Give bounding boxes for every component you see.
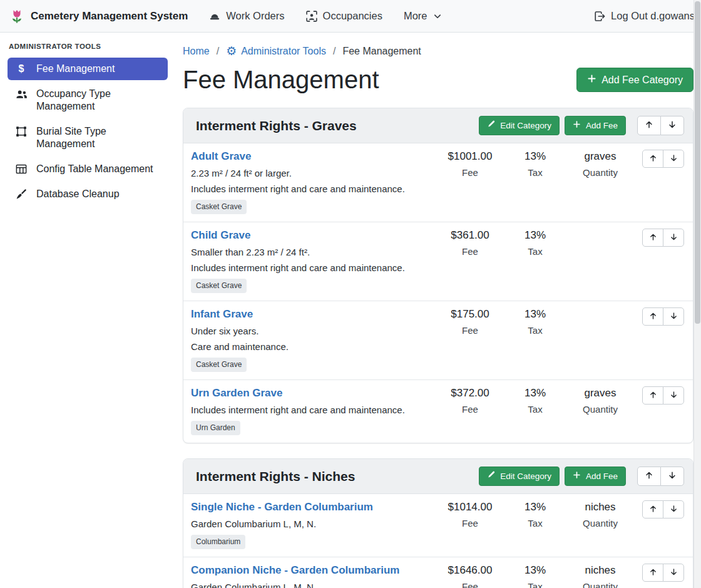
scrollbar-thumb[interactable] <box>695 1 700 324</box>
table-icon <box>15 163 28 175</box>
move-fee-down-button[interactable] <box>663 307 684 326</box>
fee-description: Garden Columbarium L, M, N. <box>191 581 437 588</box>
category-title: Interment Rights - Niches <box>196 469 355 484</box>
fee-row: Urn Garden Grave Includes interment righ… <box>183 379 693 443</box>
nav-work-orders[interactable]: Work Orders <box>209 10 284 22</box>
move-fee-up-button[interactable] <box>642 229 663 247</box>
fee-amount-col: $361.00 Fee <box>437 229 503 257</box>
quantity-value: niches <box>568 564 633 577</box>
category-reorder-buttons <box>637 116 684 135</box>
quantity-col <box>568 229 633 232</box>
arrow-up-icon <box>649 505 657 515</box>
fee-descriptions: Smaller than 2.23 m² / 24 ft².Includes i… <box>191 246 437 274</box>
plus-icon <box>587 74 596 86</box>
edit-category-label: Edit Category <box>500 471 551 482</box>
tax-col: 13% Tax <box>503 229 568 257</box>
app-brand[interactable]: Cemetery Management System <box>9 8 188 24</box>
fee-descriptions: Under six years.Care and maintenance. <box>191 325 437 353</box>
breadcrumb-admin-tools-link[interactable]: ⚙ Administrator Tools <box>226 45 326 57</box>
arrow-down-icon <box>670 391 678 401</box>
move-category-up-button[interactable] <box>637 467 661 486</box>
tax-field-label: Tax <box>503 403 568 415</box>
add-fee-category-label: Add Fee Category <box>601 75 683 86</box>
arrow-down-icon <box>670 312 678 322</box>
breadcrumb-admin-tools-label: Administrator Tools <box>241 46 326 57</box>
tax-field-label: Tax <box>503 517 568 529</box>
fee-row: Infant Grave Under six years.Care and ma… <box>183 301 693 379</box>
arrow-up-icon <box>649 312 657 322</box>
sidebar-item-fee-management[interactable]: $ Fee Management <box>8 58 168 80</box>
fee-category-card: Interment Rights - Niches Edit Category … <box>183 458 693 588</box>
move-category-down-button[interactable] <box>660 116 684 135</box>
tax-value: 13% <box>503 500 568 514</box>
move-fee-up-button[interactable] <box>642 150 663 168</box>
arrow-down-icon <box>668 120 677 131</box>
plus-icon <box>573 471 581 482</box>
tax-value: 13% <box>503 307 568 321</box>
fee-field-label: Fee <box>437 245 503 257</box>
move-fee-down-button[interactable] <box>663 386 684 405</box>
fee-value: $1014.00 <box>437 500 503 514</box>
edit-category-button[interactable]: Edit Category <box>479 467 560 486</box>
fee-description: 2.23 m² / 24 ft² or larger. <box>191 167 437 179</box>
move-fee-down-button[interactable] <box>663 564 684 582</box>
scrollbar-track[interactable] <box>693 0 701 588</box>
fee-descriptions: Garden Columbarium L, M, N. <box>191 518 437 530</box>
quantity-value: graves <box>568 386 633 400</box>
sidebar-item-burial-site-type-management[interactable]: Burial Site Type Management <box>8 120 168 155</box>
move-fee-up-button[interactable] <box>642 564 663 582</box>
hard-hat-icon <box>209 11 220 22</box>
fee-badge: Casket Grave <box>191 279 247 293</box>
fee-description: Care and maintenance. <box>191 341 437 353</box>
fee-categories: Interment Rights - Graves Edit Category … <box>183 108 693 588</box>
nav-more[interactable]: More <box>404 10 442 22</box>
nav-occupancies[interactable]: Occupancies <box>306 10 382 22</box>
tax-field-label: Tax <box>503 324 568 336</box>
quantity-col: niches Quantity <box>568 500 633 529</box>
move-category-up-button[interactable] <box>637 116 661 135</box>
category-reorder-buttons <box>637 467 684 486</box>
category-title: Interment Rights - Graves <box>196 118 357 133</box>
move-fee-up-button[interactable] <box>642 500 663 518</box>
sidebar-item-database-cleanup[interactable]: Database Cleanup <box>8 183 168 205</box>
fee-name-link[interactable]: Single Niche - Garden Columbarium <box>191 500 373 514</box>
quantity-col: niches Quantity <box>568 564 633 588</box>
add-fee-category-button[interactable]: Add Fee Category <box>576 68 693 92</box>
move-fee-up-button[interactable] <box>642 307 663 326</box>
quantity-field-label: Quantity <box>568 167 633 178</box>
quantity-value: graves <box>568 150 633 163</box>
fee-info: Companion Niche - Garden Columbarium Gar… <box>191 564 437 588</box>
quantity-value: niches <box>568 500 633 514</box>
fee-row: Adult Grave 2.23 m² / 24 ft² or larger.I… <box>183 143 693 222</box>
fee-name-link[interactable]: Adult Grave <box>191 150 251 163</box>
fee-amount-col: $1014.00 Fee <box>437 500 503 529</box>
logout-button[interactable]: Log Out d.gowans <box>594 10 695 22</box>
nav-occupancies-label: Occupancies <box>323 10 382 22</box>
fee-amount-col: $175.00 Fee <box>437 307 503 336</box>
sidebar-item-occupancy-type-management[interactable]: Occupancy Type Management <box>8 83 168 118</box>
sidebar-item-config-table-management[interactable]: Config Table Management <box>8 158 168 180</box>
fee-name-link[interactable]: Urn Garden Grave <box>191 386 282 400</box>
fee-name-link[interactable]: Infant Grave <box>191 307 253 321</box>
fee-name-link[interactable]: Companion Niche - Garden Columbarium <box>191 564 399 577</box>
arrow-down-icon <box>670 505 678 515</box>
fee-description: Smaller than 2.23 m² / 24 ft². <box>191 246 437 258</box>
add-fee-button[interactable]: Add Fee <box>565 467 626 486</box>
fee-info: Urn Garden Grave Includes interment righ… <box>191 386 437 435</box>
move-fee-up-button[interactable] <box>642 386 663 405</box>
move-fee-down-button[interactable] <box>663 500 684 518</box>
quantity-col <box>568 307 633 311</box>
people-icon <box>15 88 28 100</box>
move-fee-down-button[interactable] <box>663 229 684 247</box>
fee-name-link[interactable]: Child Grave <box>191 229 250 242</box>
move-category-down-button[interactable] <box>660 467 684 486</box>
page-title: Fee Management <box>183 66 379 94</box>
edit-category-button[interactable]: Edit Category <box>479 116 560 135</box>
breadcrumb-separator: / <box>217 46 219 57</box>
add-fee-button[interactable]: Add Fee <box>565 116 626 135</box>
move-fee-down-button[interactable] <box>663 150 684 168</box>
tax-value: 13% <box>503 150 568 163</box>
fee-badge: Casket Grave <box>191 200 247 214</box>
dollar-icon: $ <box>15 63 28 75</box>
breadcrumb-home-link[interactable]: Home <box>183 46 210 57</box>
